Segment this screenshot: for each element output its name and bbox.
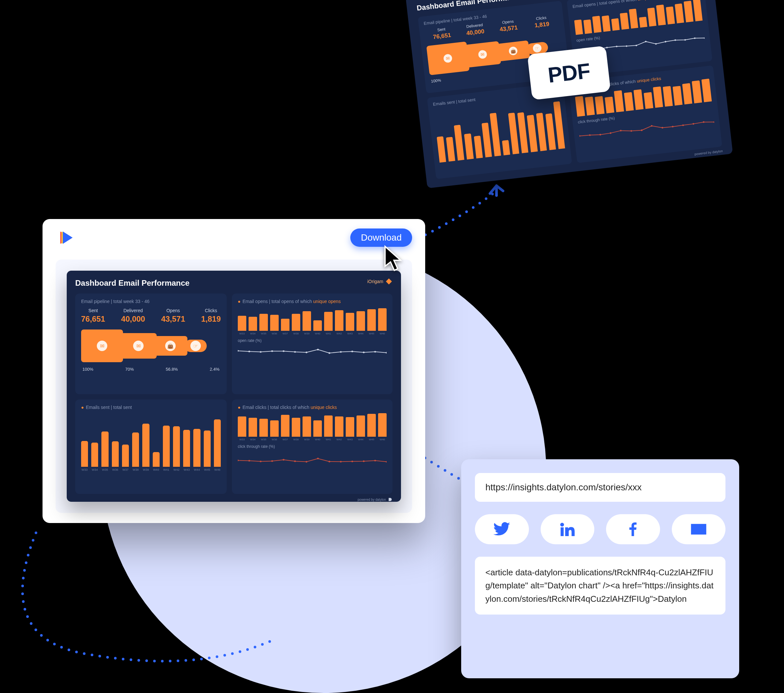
bar [624, 92, 634, 111]
bar [356, 311, 365, 331]
bar [249, 317, 257, 331]
bar [675, 3, 684, 23]
svg-point-7 [645, 41, 647, 43]
bar [324, 415, 333, 437]
svg-point-52 [351, 461, 353, 462]
bar [454, 125, 464, 161]
bar [644, 92, 653, 109]
svg-point-29 [248, 351, 250, 352]
svg-point-5 [626, 45, 628, 47]
bar [585, 97, 595, 115]
share-url-box[interactable]: https://insights.datylon.com/stories/xxx [475, 473, 725, 502]
dashboard-title: Dashboard Email Performance [75, 279, 392, 287]
bar [367, 414, 376, 437]
bar [545, 113, 556, 150]
bar [592, 16, 601, 33]
bar [701, 79, 712, 102]
bar [639, 16, 647, 28]
app-window: Download Dashboard Email Performance iOr… [43, 219, 425, 523]
bar [270, 315, 279, 331]
svg-point-15 [589, 135, 591, 136]
dashboard-footer: powered by datylon [75, 497, 392, 502]
bar [490, 113, 501, 156]
bar [634, 90, 644, 110]
svg-point-11 [684, 39, 686, 41]
svg-point-31 [271, 350, 273, 352]
share-embed-box[interactable]: <article data-datylon=publications/tRckN… [475, 557, 725, 614]
bar [292, 418, 300, 437]
bar [183, 430, 190, 467]
bar [656, 5, 665, 26]
svg-point-18 [620, 130, 621, 131]
bar [620, 12, 629, 30]
svg-point-12 [694, 37, 695, 39]
pdf-badge: PDF [527, 46, 611, 100]
bar [502, 140, 510, 155]
svg-point-35 [317, 349, 319, 350]
bar [601, 15, 611, 32]
share-email-button[interactable] [672, 514, 726, 544]
svg-point-49 [317, 458, 319, 459]
svg-point-48 [305, 461, 307, 463]
ctr-line [238, 451, 387, 466]
svg-point-40 [374, 351, 376, 353]
bar [281, 319, 290, 331]
svg-point-36 [328, 352, 330, 354]
arrowhead-to-pdf [488, 181, 506, 200]
svg-point-9 [665, 41, 666, 43]
svg-point-38 [351, 351, 353, 352]
bar [356, 415, 365, 437]
share-facebook-button[interactable] [606, 514, 660, 544]
svg-point-19 [630, 130, 632, 132]
svg-point-54 [374, 460, 376, 461]
dashboard-brand: iOrigam [367, 278, 392, 285]
bar [647, 8, 656, 26]
svg-point-24 [682, 124, 684, 126]
bar [684, 1, 693, 23]
sent-card: ●Emails sent | total sent W33W34W35W36W3… [75, 399, 227, 494]
bar [378, 413, 387, 437]
bar [313, 320, 322, 331]
bar [574, 20, 583, 35]
bar [517, 112, 529, 153]
svg-point-44 [260, 461, 261, 462]
svg-point-13 [704, 37, 705, 39]
svg-point-37 [340, 351, 341, 353]
svg-point-55 [385, 461, 387, 463]
bar [446, 137, 455, 162]
bar [583, 19, 592, 34]
opens-axis: W33W34W35W36W37W38W39W40W41W42W43W44W45W… [238, 332, 387, 335]
sent-bars [81, 415, 221, 467]
sent-axis: W33W34W35W36W37W38W39W40W41W42W43W44W45W… [81, 468, 221, 471]
bar [259, 419, 268, 437]
bar [611, 18, 620, 31]
svg-point-43 [248, 460, 250, 461]
opens-bars [238, 307, 387, 331]
bar [474, 135, 483, 158]
download-button[interactable]: Download [350, 228, 412, 247]
dashboard-embed: Dashboard Email Performance iOrigam Emai… [67, 271, 401, 502]
bar [303, 311, 311, 331]
bar [173, 426, 180, 467]
svg-point-34 [305, 352, 307, 353]
bar [259, 314, 268, 331]
bar [270, 420, 279, 437]
app-logo-icon [56, 228, 74, 247]
bar [313, 420, 322, 437]
bar [595, 96, 604, 114]
bar [629, 9, 638, 29]
bar [367, 309, 376, 331]
share-linkedin-button[interactable] [541, 514, 595, 544]
svg-point-25 [692, 123, 694, 125]
svg-point-53 [363, 461, 364, 462]
bar [122, 445, 129, 467]
svg-point-30 [260, 351, 261, 353]
bar [163, 425, 170, 467]
bar [281, 415, 290, 437]
bar [464, 133, 474, 159]
bar [335, 417, 343, 437]
bar [335, 310, 343, 331]
bar [101, 432, 108, 467]
share-twitter-button[interactable] [475, 514, 529, 544]
svg-point-32 [283, 350, 284, 352]
